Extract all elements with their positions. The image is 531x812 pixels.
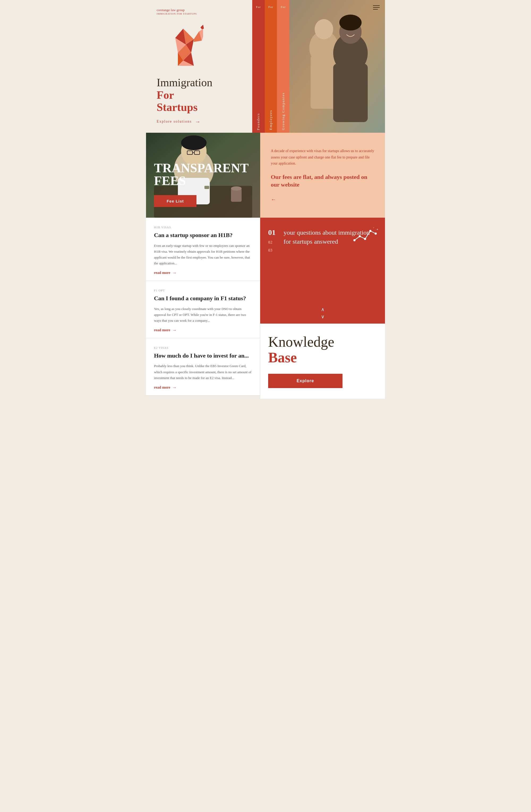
- fees-title: TRANSPARENT FEES: [154, 162, 252, 187]
- explore-arrow-icon: →: [195, 119, 201, 125]
- fees-photo-area: TRANSPARENT FEES Fee List: [146, 133, 260, 218]
- content-section: H1B Visas Can a startup sponsor an H1B? …: [146, 218, 385, 399]
- article-excerpt-1: Even an early-stage startup with few or …: [154, 243, 252, 266]
- read-more-arrow-icon-2: →: [172, 328, 176, 333]
- kb-numbers: 01 02 03: [268, 228, 276, 292]
- kb-nav-down-icon[interactable]: ∨: [321, 314, 325, 320]
- hero-photo-svg: [289, 0, 385, 133]
- chart-svg: + +: [353, 226, 380, 244]
- svg-point-32: [359, 235, 361, 237]
- kb-title: Knowledge Base: [268, 334, 377, 366]
- article-category-2: F1 OPT: [154, 289, 252, 292]
- articles-column: H1B Visas Can a startup sponsor an H1B? …: [146, 218, 260, 399]
- article-item-3: E2 Visas How much do I have to invest fo…: [146, 338, 260, 395]
- logo-name: corstange law group: [157, 8, 197, 13]
- hero-section: corstange law group IMMIGRATION FOR STAR…: [146, 0, 385, 133]
- logo-sub: IMMIGRATION FOR STARTUPS: [157, 13, 197, 15]
- kb-nav-up-icon[interactable]: ∧: [321, 307, 325, 313]
- menu-line-3: [373, 9, 378, 10]
- svg-point-31: [354, 239, 356, 241]
- fees-overlay: TRANSPARENT FEES Fee List: [146, 133, 260, 218]
- hero-heading: Immigration ForStartups: [157, 76, 242, 113]
- nav-col-for-2: For: [269, 3, 273, 9]
- svg-marker-10: [200, 25, 204, 29]
- kb-top-section: 01 02 03 your questions about immigratio…: [260, 218, 385, 303]
- kb-column: 01 02 03 your questions about immigratio…: [260, 218, 385, 399]
- logo-area: corstange law group IMMIGRATION FOR STAR…: [157, 8, 242, 15]
- hero-photo: [289, 0, 385, 133]
- llama-logo-icon: [162, 23, 204, 71]
- fees-section: TRANSPARENT FEES Fee List A decade of ex…: [146, 133, 385, 218]
- hero-text: Immigration ForStartups Explore solution…: [157, 76, 242, 125]
- nav-col-label-growing: Growing Companies: [281, 87, 285, 130]
- read-more-arrow-icon-3: →: [172, 385, 176, 390]
- logo-text: corstange law group IMMIGRATION FOR STAR…: [157, 8, 197, 15]
- fees-info: A decade of experience with visas for st…: [260, 133, 385, 218]
- hamburger-menu[interactable]: [373, 5, 380, 10]
- nav-columns: For Founders For Employees For Growing C…: [252, 0, 289, 133]
- svg-point-18: [339, 15, 362, 30]
- fees-tagline: Our fees are flat, and always posted on …: [271, 173, 374, 188]
- read-more-link-1[interactable]: read more →: [154, 271, 252, 275]
- fees-description: A decade of experience with visas for st…: [271, 148, 374, 167]
- read-more-link-3[interactable]: read more →: [154, 385, 252, 390]
- menu-line-2: [373, 7, 380, 8]
- svg-text:+: +: [376, 228, 378, 231]
- article-title-3: How much do I have to invest for an...: [154, 352, 252, 360]
- explore-button[interactable]: Explore: [268, 374, 343, 388]
- kb-num-3[interactable]: 03: [268, 248, 276, 253]
- article-item-1: H1B Visas Can a startup sponsor an H1B? …: [146, 218, 260, 281]
- article-title-1: Can a startup sponsor an H1B?: [154, 231, 252, 239]
- kb-nav: ∧ ∨: [260, 303, 385, 323]
- nav-col-for-1: For: [256, 3, 261, 9]
- nav-col-label-founders: Founders: [256, 108, 260, 130]
- article-title-2: Can I found a company in F1 status?: [154, 295, 252, 302]
- kb-num-2[interactable]: 02: [268, 240, 276, 245]
- read-more-arrow-icon-1: →: [172, 271, 176, 275]
- svg-point-34: [369, 230, 371, 232]
- nav-col-for-3: For: [281, 3, 286, 9]
- fees-back-arrow-icon[interactable]: ←: [271, 197, 374, 203]
- kb-num-1[interactable]: 01: [268, 228, 276, 237]
- fee-list-button[interactable]: Fee List: [154, 195, 197, 207]
- nav-col-growing[interactable]: For Growing Companies: [277, 0, 289, 133]
- kb-chart: + +: [353, 226, 380, 245]
- svg-point-13: [315, 19, 333, 39]
- article-category-1: H1B Visas: [154, 226, 252, 229]
- read-more-link-2[interactable]: read more →: [154, 328, 252, 333]
- hero-left: corstange law group IMMIGRATION FOR STAR…: [146, 0, 252, 133]
- nav-col-label-employees: Employees: [269, 105, 273, 130]
- article-excerpt-2: Yes, as long as you closely coordinate w…: [154, 306, 252, 323]
- article-item-2: F1 OPT Can I found a company in F1 statu…: [146, 281, 260, 338]
- nav-col-employees[interactable]: For Employees: [265, 0, 277, 133]
- svg-rect-17: [333, 64, 368, 122]
- svg-point-33: [364, 238, 366, 240]
- article-category-3: E2 Visas: [154, 346, 252, 349]
- svg-text:+: +: [373, 227, 374, 229]
- menu-line-1: [373, 5, 380, 6]
- kb-bottom-section: Knowledge Base Explore: [260, 323, 385, 399]
- svg-point-35: [375, 233, 377, 235]
- explore-solutions-link[interactable]: Explore solutions →: [157, 119, 242, 125]
- article-excerpt-3: Probably less than you think. Unlike the…: [154, 363, 252, 381]
- nav-col-founders[interactable]: For Founders: [252, 0, 265, 133]
